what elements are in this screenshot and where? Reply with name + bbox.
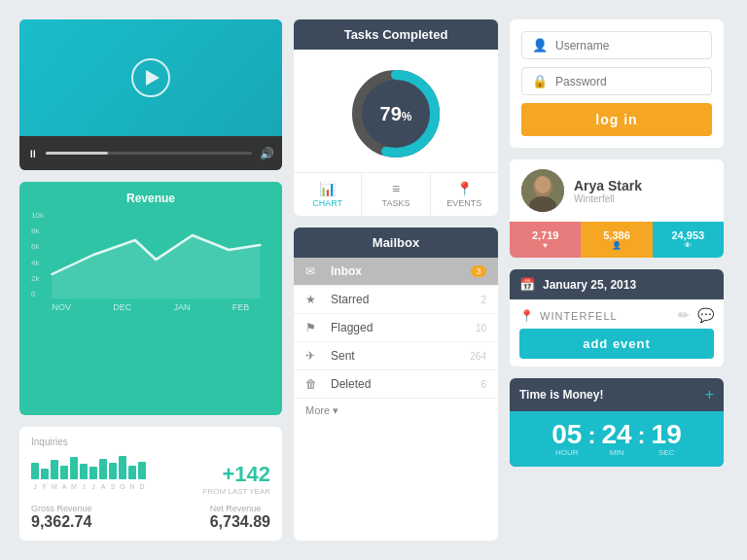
spark-label: A <box>60 483 68 490</box>
events-tab-icon: 📍 <box>435 181 494 196</box>
progress-fill <box>46 152 108 155</box>
tab-events[interactable]: 📍 EVENTS <box>431 173 498 216</box>
lock-icon: 🔒 <box>532 74 548 88</box>
spark-bar <box>99 459 107 479</box>
svg-point-7 <box>535 176 551 193</box>
timer-min-label: MIN <box>601 448 631 457</box>
x-label: JAN <box>174 302 191 312</box>
volume-icon[interactable]: 🔊 <box>260 147 274 160</box>
mail-item-deleted[interactable]: 🗑 Deleted 6 <box>294 370 498 399</box>
timer-hours: 05 <box>551 421 582 448</box>
mail-item-flagged[interactable]: ⚑ Flagged 10 <box>294 314 498 342</box>
stat-likes[interactable]: 2,719 ♥ <box>510 222 581 258</box>
flag-icon: ⚑ <box>305 321 323 334</box>
spark-bar <box>41 469 49 479</box>
play-icon <box>146 70 160 86</box>
profile-card: Arya Stark Winterfell 2,719 ♥ 5,386 👤 24… <box>510 159 724 258</box>
left-column: ⏸ 🔊 Revenue 10k 8k 6k 4k 2k 0 <box>19 19 282 541</box>
spark-bar <box>109 463 117 479</box>
revenue-chart: Revenue 10k 8k 6k 4k 2k 0 NOV DEC JAN <box>19 182 282 415</box>
flagged-label: Flagged <box>331 321 476 334</box>
timer-colon-2: : <box>638 422 646 449</box>
profile-info: Arya Stark Winterfell <box>574 178 642 204</box>
progress-bar[interactable] <box>46 152 252 155</box>
calendar-card: 📅 January 25, 2013 📍 WINTERFELL ✏ 💬 add … <box>510 269 724 367</box>
chart-title: Revenue <box>31 192 270 205</box>
gross-value: 9,362.74 <box>31 513 92 531</box>
tasks-tab-icon: ≡ <box>366 181 425 196</box>
y-label: 6k <box>31 242 44 251</box>
views-value: 24,953 <box>657 229 720 241</box>
timer-card: Time is Money! + 05 HOUR : 24 MIN : 19 S… <box>510 378 724 467</box>
user-icon: 👤 <box>532 38 548 52</box>
video-player: ⏸ 🔊 <box>19 19 282 170</box>
calendar-location: 📍 WINTERFELL <box>519 309 618 323</box>
username-input[interactable] <box>555 39 701 52</box>
tab-tasks[interactable]: ≡ TASKS <box>362 173 430 216</box>
inbox-badge: 3 <box>471 265 486 277</box>
tasks-card: Tasks Completed 79% � <box>294 19 498 216</box>
timer-seconds-block: 19 SEC <box>652 421 682 457</box>
timer-hours-block: 05 HOUR <box>551 421 582 457</box>
more-button[interactable]: More ▾ <box>294 399 498 423</box>
star-icon: ★ <box>305 293 323 306</box>
password-input[interactable] <box>555 75 701 88</box>
timer-minutes: 24 <box>601 421 631 448</box>
profile-stats: 2,719 ♥ 5,386 👤 24,953 👁 <box>510 222 724 258</box>
password-input-wrapper[interactable]: 🔒 <box>521 67 712 95</box>
likes-icon: ♥ <box>514 241 577 250</box>
spark-bar <box>60 466 68 479</box>
video-controls: ⏸ 🔊 <box>19 136 282 170</box>
mail-item-sent[interactable]: ✈ Sent 264 <box>294 342 498 370</box>
avatar <box>521 169 564 212</box>
timer-plus-button[interactable]: + <box>705 386 714 403</box>
y-axis-labels: 10k 8k 6k 4k 2k 0 <box>31 211 44 298</box>
add-event-button[interactable]: add event <box>519 329 714 359</box>
gross-label: Gross Revenue <box>31 504 92 513</box>
starred-count: 2 <box>480 295 486 305</box>
profile-location: Winterfell <box>574 193 642 204</box>
starred-label: Starred <box>331 293 480 306</box>
followers-icon: 👤 <box>585 241 648 250</box>
profile-name: Arya Stark <box>574 178 642 193</box>
timer-sec-label: SEC <box>652 448 682 457</box>
spark-bar <box>128 466 136 479</box>
edit-icon[interactable]: ✏ <box>678 307 690 323</box>
mailbox-card: Mailbox ✉ Inbox 3 ★ Starred 2 ⚑ Flagged … <box>294 228 498 541</box>
spark-bar <box>89 467 97 479</box>
timer-header: Time is Money! + <box>510 378 724 411</box>
username-input-wrapper[interactable]: 👤 <box>521 31 712 59</box>
location-text: WINTERFELL <box>540 310 618 322</box>
tab-chart[interactable]: 📊 CHART <box>294 173 362 216</box>
from-last-year-label: FROM LAST YEAR <box>154 487 270 496</box>
more-label: More ▾ <box>305 404 338 417</box>
location-icon: 📍 <box>519 309 534 323</box>
x-label: DEC <box>113 302 131 312</box>
spark-bar <box>70 457 78 479</box>
mail-item-inbox[interactable]: ✉ Inbox 3 <box>294 258 498 286</box>
spark-label: J <box>80 483 88 490</box>
y-label: 4k <box>31 259 44 267</box>
login-button[interactable]: log in <box>521 103 712 136</box>
video-screen[interactable] <box>19 19 282 136</box>
x-label: NOV <box>53 302 72 312</box>
mail-item-starred[interactable]: ★ Starred 2 <box>294 286 498 314</box>
stat-followers[interactable]: 5,386 👤 <box>581 222 652 258</box>
y-label: 8k <box>31 227 44 235</box>
donut-chart: 79% <box>347 65 445 162</box>
comment-icon[interactable]: 💬 <box>697 307 714 323</box>
y-label: 0 <box>31 290 44 298</box>
mailbox-header: Mailbox <box>294 228 498 258</box>
spark-label: J <box>89 483 97 490</box>
spark-label: F <box>41 483 49 490</box>
spark-label: O <box>119 483 126 490</box>
stat-views[interactable]: 24,953 👁 <box>653 222 724 258</box>
gross-revenue-block: Gross Revenue 9,362.74 <box>31 504 92 531</box>
spark-bar <box>31 463 39 479</box>
pause-icon[interactable]: ⏸ <box>27 148 38 159</box>
donut-label: 79% <box>380 103 412 125</box>
spark-label: N <box>128 483 136 490</box>
play-button[interactable] <box>131 58 170 97</box>
trash-icon: 🗑 <box>305 377 323 391</box>
profile-top: Arya Stark Winterfell <box>510 159 724 222</box>
